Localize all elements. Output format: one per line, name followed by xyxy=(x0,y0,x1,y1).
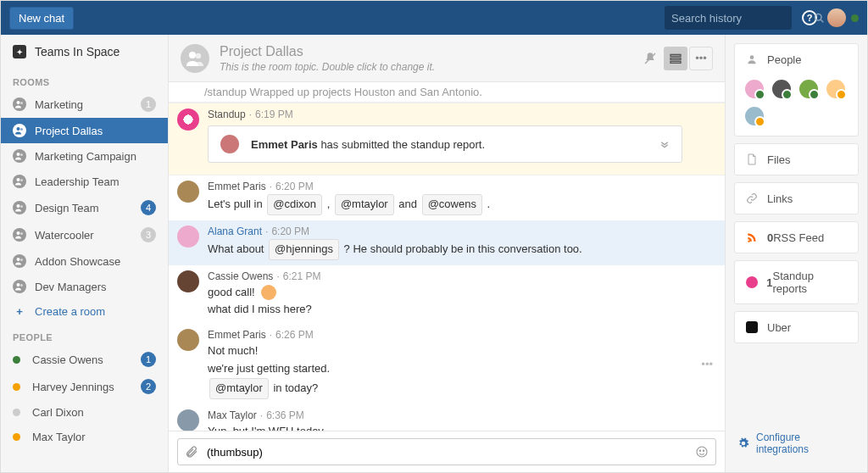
standup-reports-card[interactable]: 1 Standup reports xyxy=(734,260,859,304)
people-icon xyxy=(13,201,26,214)
people-icon xyxy=(13,228,26,242)
rss-label: RSS Feed xyxy=(773,231,824,244)
mute-icon[interactable] xyxy=(638,47,662,70)
current-user-avatar[interactable] xyxy=(827,8,846,27)
unread-badge: 1 xyxy=(141,97,156,112)
mention-chip[interactable]: @cowens xyxy=(422,194,482,215)
room-label: Dev Managers xyxy=(35,281,156,293)
link-icon xyxy=(745,192,759,205)
sidebar-toggle-icon[interactable] xyxy=(664,47,687,70)
uber-card[interactable]: Uber xyxy=(734,311,859,343)
people-icon xyxy=(13,97,26,111)
room-avatar-icon xyxy=(181,44,209,73)
message-sender: Emmet Paris xyxy=(208,181,266,192)
search-input[interactable] xyxy=(671,12,814,25)
files-label: Files xyxy=(767,153,790,166)
svg-point-13 xyxy=(20,232,23,235)
reporter-avatar xyxy=(220,135,239,153)
search-history[interactable] xyxy=(665,6,792,30)
person-icon xyxy=(745,53,759,66)
mention-chip[interactable]: @mtaylor xyxy=(335,194,394,215)
report-text: has submitted the standup report. xyxy=(318,138,485,151)
chat-topic[interactable]: This is the room topic. Double click to … xyxy=(220,61,435,73)
svg-rect-22 xyxy=(670,58,681,59)
member-avatar[interactable] xyxy=(798,78,820,100)
standup-report-card[interactable]: Emmet Paris has submitted the standup re… xyxy=(208,125,682,163)
member-avatar[interactable] xyxy=(743,105,765,127)
message-sender: Alana Grant xyxy=(208,225,262,237)
room-label: Project Dallas xyxy=(35,125,156,137)
standup-label: Standup reports xyxy=(773,270,848,295)
sidebar-room-leadership-team[interactable]: Leadership Team xyxy=(1,169,168,194)
sidebar-person-harvey-jennings[interactable]: Harvey Jennings2 xyxy=(1,373,168,400)
links-label: Links xyxy=(767,192,793,205)
files-card[interactable]: Files xyxy=(734,143,859,175)
create-room-link[interactable]: + Create a room xyxy=(1,299,168,324)
message-actions-icon[interactable]: ••• xyxy=(701,358,713,370)
sidebar-room-dev-managers[interactable]: Dev Managers xyxy=(1,274,168,299)
configure-integrations-link[interactable]: Configure integrations xyxy=(734,423,859,464)
unread-badge: 1 xyxy=(141,352,156,367)
sidebar-room-watercooler[interactable]: Watercooler3 xyxy=(1,221,168,248)
sidebar-room-design-team[interactable]: Design Team4 xyxy=(1,194,168,221)
workspace-name: Teams In Space xyxy=(35,45,120,58)
user-avatar xyxy=(177,409,199,431)
sidebar-room-marketing[interactable]: Marketing1 xyxy=(1,91,168,118)
standup-count: 1 xyxy=(766,276,772,289)
message-time: 6:19 PM xyxy=(255,109,293,120)
svg-point-3 xyxy=(20,102,23,104)
svg-point-14 xyxy=(17,258,20,261)
new-chat-button[interactable]: New chat xyxy=(9,7,74,30)
rss-icon xyxy=(745,231,759,244)
main-area: Project Dallas This is the room topic. D… xyxy=(169,35,725,472)
sidebar-room-project-dallas[interactable]: Project Dallas xyxy=(1,118,168,143)
room-label: Marketing Campaign xyxy=(35,150,156,163)
sidebar-person-carl-dixon[interactable]: Carl Dixon xyxy=(1,400,168,425)
people-icon xyxy=(13,124,26,137)
message-row: Emmet Paris·6:20 PM Let's pull in @cdixo… xyxy=(169,175,725,220)
configure-label: Configure integrations xyxy=(756,431,855,455)
sidebar-person-cassie-owens[interactable]: Cassie Owens1 xyxy=(1,346,168,373)
message-body: Let's pull in @cdixon , @mtaylor and @co… xyxy=(208,194,713,215)
member-avatar[interactable] xyxy=(771,78,793,100)
people-icon xyxy=(13,149,26,163)
people-icon xyxy=(13,175,26,188)
plus-icon: + xyxy=(13,305,26,318)
mention-chip[interactable]: @cdixon xyxy=(267,194,322,215)
svg-point-0 xyxy=(815,14,822,21)
svg-point-17 xyxy=(20,284,23,287)
people-label: People xyxy=(767,53,801,66)
message-input[interactable] xyxy=(207,446,695,459)
more-icon[interactable]: ••• xyxy=(689,47,713,70)
workspace-header[interactable]: ✦ Teams In Space xyxy=(1,35,168,69)
expand-icon[interactable] xyxy=(659,139,670,149)
emoji-picker-icon[interactable] xyxy=(695,445,709,459)
rss-count: 0 xyxy=(767,231,773,244)
messages-pane[interactable]: /standup Wrapped up projects Houston and… xyxy=(169,82,725,431)
compose-box[interactable] xyxy=(177,438,716,465)
room-label: Watercooler xyxy=(35,229,141,242)
room-label: Design Team xyxy=(35,202,141,214)
mention-chip[interactable]: @hjennings xyxy=(269,239,339,260)
member-avatar[interactable] xyxy=(825,78,847,100)
rss-card[interactable]: 0 RSS Feed xyxy=(734,221,859,253)
sidebar-room-marketing-campaign[interactable]: Marketing Campaign xyxy=(1,143,168,169)
user-avatar xyxy=(177,181,199,203)
person-label: Harvey Jennings xyxy=(32,381,141,393)
attachment-icon[interactable] xyxy=(185,445,198,459)
people-card[interactable]: People xyxy=(734,43,859,136)
svg-point-2 xyxy=(17,101,20,104)
member-avatar[interactable] xyxy=(743,78,765,100)
links-card[interactable]: Links xyxy=(734,182,859,214)
user-avatar xyxy=(177,329,199,351)
sidebar: ✦ Teams In Space ROOMS Marketing1Project… xyxy=(1,35,169,472)
svg-point-15 xyxy=(20,259,23,261)
mention-chip[interactable]: @mtaylor xyxy=(209,378,269,399)
people-avatars xyxy=(735,75,858,136)
people-icon xyxy=(13,280,26,293)
search-icon xyxy=(814,13,824,23)
message-row-highlighted: Alana Grant·6:20 PM What about @hjenning… xyxy=(169,220,725,265)
user-avatar xyxy=(177,225,199,248)
sidebar-room-addon-showcase[interactable]: Addon Showcase xyxy=(1,248,168,274)
sidebar-person-max-taylor[interactable]: Max Taylor xyxy=(1,425,168,449)
